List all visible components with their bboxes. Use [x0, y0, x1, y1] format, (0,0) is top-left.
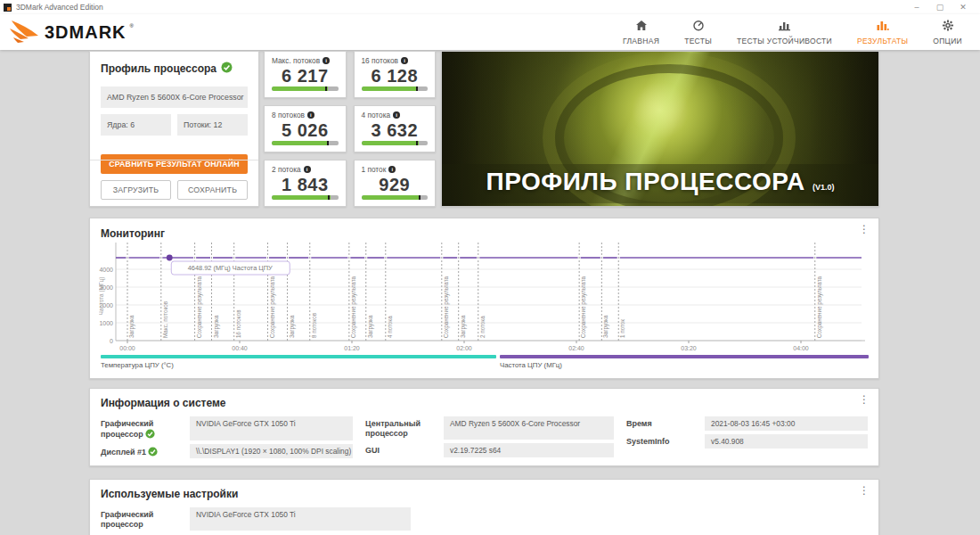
info-field: Время2021-08-03 16:45 +03:00	[626, 416, 868, 431]
legend-item-frequency[interactable]: Частота ЦПУ (МГц)	[500, 355, 869, 369]
score-box: 16 потоковi6 128	[354, 51, 437, 98]
bar-chart-icon	[876, 19, 889, 35]
event-label: Загрузка	[128, 315, 135, 338]
app-header: 3DMARK ® ГЛАВНАЯТЕСТЫТЕСТЫ УСТОЙЧИВОСТИР…	[0, 14, 980, 50]
svg-text:00:40: 00:40	[232, 345, 248, 351]
event-label: Макс. потоков	[162, 300, 168, 338]
score-value: 3 632	[362, 120, 429, 141]
score-value: 6 217	[272, 66, 339, 86]
logo-text: 3DMARK	[45, 22, 127, 43]
home-icon	[635, 19, 648, 35]
event-label: Сохранение результата	[350, 276, 357, 338]
info-icon[interactable]: i	[388, 166, 396, 173]
info-icon[interactable]: i	[304, 166, 311, 173]
svg-text:03:20: 03:20	[681, 345, 697, 351]
svg-text:02:40: 02:40	[568, 345, 584, 351]
score-bar	[362, 86, 429, 91]
field-value: v5.40.908	[705, 434, 868, 449]
event-label: Загрузка	[213, 315, 220, 338]
event-label: Сохранение результата	[443, 276, 450, 338]
field-value: AMD Ryzen 5 5600X 6-Core Processor	[444, 416, 614, 440]
info-icon[interactable]: i	[393, 111, 400, 119]
event-label: Сохранение результата	[816, 276, 823, 338]
field-value: v2.19.7225 s64	[444, 443, 614, 457]
score-bar	[272, 141, 339, 145]
compare-result-online-button[interactable]: СРАВНИТЬ РЕЗУЛЬТАТ ОНЛАЙН	[101, 154, 248, 174]
info-icon[interactable]: i	[323, 57, 330, 64]
score-label: 4 потока	[362, 111, 391, 119]
maximize-button[interactable]: ▢	[928, 1, 951, 13]
nav-item-options[interactable]: ОПЦИИ	[933, 19, 962, 45]
logo-registered-mark: ®	[130, 23, 134, 29]
score-bar	[362, 195, 429, 200]
field-value: NVIDIA GeForce GTX 1050 Ti	[190, 507, 411, 531]
event-label: Загрузка	[460, 315, 467, 338]
divider	[90, 160, 258, 160]
svg-text:02:00: 02:00	[456, 345, 472, 351]
legend-item-temperature[interactable]: Температура ЦПУ (°C)	[101, 355, 496, 369]
score-bar	[272, 86, 339, 91]
score-label: 16 потоков	[362, 56, 399, 65]
info-icon[interactable]: i	[401, 57, 408, 64]
field-label: SystemInfo	[626, 434, 705, 449]
field-label: Дисплей #1	[101, 444, 190, 458]
monitoring-title: Мониторинг	[101, 227, 165, 240]
score-grid: Макс. потоковi6 21716 потоковi6 1288 пот…	[264, 51, 436, 207]
info-field: GUIv2.19.7225 s64	[365, 443, 614, 457]
settings-title: Используемые настройки	[101, 488, 238, 500]
event-label: 4 потока	[387, 316, 393, 338]
field-label: GUI	[365, 443, 444, 457]
info-icon[interactable]: i	[307, 111, 314, 119]
save-button[interactable]: СОХРАНИТЬ	[177, 180, 248, 200]
benchmark-banner: ПРОФИЛЬ ПРОЦЕССОРА (V1.0)	[441, 51, 879, 207]
kebab-menu-icon[interactable]: ⋮	[859, 485, 870, 496]
system-info-title: Информация о системе	[101, 397, 226, 409]
3dmark-logo: 3DMARK ®	[9, 19, 134, 45]
cpu-profile-panel: Профиль процессора AMD Ryzen 5 5600X 6-C…	[89, 51, 259, 207]
banner-title: ПРОФИЛЬ ПРОЦЕССОРА (V1.0)	[442, 168, 878, 196]
window-title: 3DMark Advanced Edition	[16, 3, 905, 12]
field-label: Графический процессор	[101, 416, 190, 440]
nav-item-stress-tests[interactable]: ТЕСТЫ УСТОЙЧИВОСТИ	[737, 19, 832, 45]
kebab-menu-icon[interactable]: ⋮	[859, 224, 870, 235]
minimize-button[interactable]: –	[905, 1, 928, 13]
load-button[interactable]: ЗАГРУЗИТЬ	[101, 180, 171, 200]
field-value: NVIDIA GeForce GTX 1050 Ti	[190, 416, 353, 440]
cpu-profile-title: Профиль процессора	[101, 62, 216, 75]
nav-item-results[interactable]: РЕЗУЛЬТАТЫ	[857, 19, 908, 45]
monitoring-chart[interactable]: 0100020003000400000:0000:4001:2002:0002:…	[99, 241, 871, 353]
score-value: 6 128	[362, 66, 429, 86]
kebab-menu-icon[interactable]: ⋮	[859, 394, 870, 405]
score-box: 1 потокi929	[354, 160, 437, 207]
threads-field: Потоки: 12	[177, 114, 248, 136]
event-label: Загрузка	[602, 315, 609, 338]
score-bar	[272, 195, 339, 200]
score-value: 5 026	[272, 120, 339, 141]
score-bar	[362, 141, 429, 145]
monitoring-panel: Мониторинг ⋮ 0100020003000400000:0000:40…	[89, 218, 879, 379]
score-value: 929	[362, 175, 429, 195]
check-circle-icon	[221, 61, 233, 77]
field-value: 2021-08-03 16:45 +03:00	[705, 416, 868, 431]
info-field: SystemInfov5.40.908	[626, 434, 868, 449]
nav-item-tests[interactable]: ТЕСТЫ	[684, 19, 712, 45]
3dmark-swoosh-icon	[9, 19, 41, 45]
score-box: 4 потокаi3 632	[354, 105, 437, 152]
svg-text:1000: 1000	[99, 320, 113, 326]
event-label: Загрузка	[367, 315, 374, 338]
chart-legend: Температура ЦПУ (°C)Частота ЦПУ (МГц)	[101, 355, 869, 369]
field-label: Центральный процессор	[365, 416, 444, 440]
info-field: Графический процессорNVIDIA GeForce GTX …	[101, 416, 353, 440]
event-label: 2 потока	[479, 316, 486, 338]
nav-label: ОПЦИИ	[933, 37, 962, 45]
score-value: 1 843	[272, 175, 339, 195]
close-button[interactable]: ✕	[951, 1, 975, 13]
nav-item-home[interactable]: ГЛАВНАЯ	[623, 19, 659, 45]
settings-panel: Используемые настройки ⋮ Графический про…	[89, 479, 879, 535]
system-info-panel: Информация о системе ⋮ Графический проце…	[89, 388, 879, 466]
column-chart-icon	[778, 19, 791, 35]
event-label: Сохранение результата	[580, 276, 587, 338]
cpu-name-field: AMD Ryzen 5 5600X 6-Core Processor	[101, 86, 248, 108]
score-label: 8 потоков	[272, 111, 305, 119]
svg-text:4000: 4000	[99, 267, 113, 273]
